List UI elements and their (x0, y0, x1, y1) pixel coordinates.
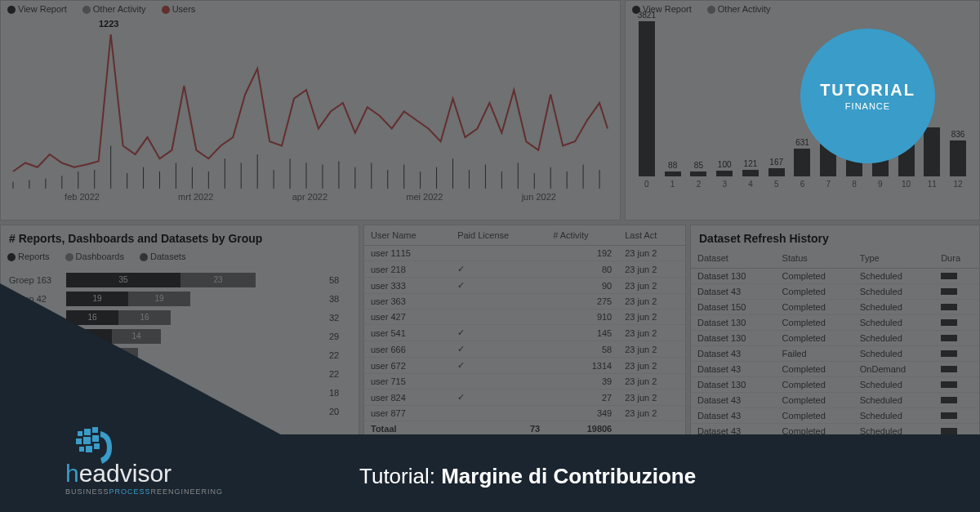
table-row[interactable]: user 111519223 jun 2 (364, 246, 685, 261)
legend-item: Datasets (150, 252, 185, 261)
cell-type: Scheduled (853, 408, 934, 424)
col-lastact[interactable]: Last Act (618, 225, 685, 246)
cell-lastact: 23 jun 2 (618, 246, 685, 261)
table-row[interactable]: Dataset 43CompletedScheduled (691, 284, 979, 300)
bar-value: 121 (744, 159, 758, 168)
x-tick: mrt 2022 (178, 192, 213, 202)
bar-column: 38210 (637, 11, 657, 189)
panel-activity-timeline: View Report Other Activity Users 1223 fe… (0, 0, 621, 220)
badge-title: TUTORIAL (820, 81, 915, 100)
col-status[interactable]: Status (776, 248, 853, 269)
cell-activity: 90 (546, 278, 618, 294)
cell-activity: 1314 (546, 358, 618, 374)
bar-column: 1003 (715, 160, 734, 189)
bar-value: 88 (668, 161, 677, 170)
cell-duration (934, 331, 979, 346)
legend-main: View Report Other Activity Users (1, 1, 620, 17)
cell-paid (451, 246, 546, 261)
cell-activity: 58 (546, 341, 618, 358)
cell-type: Scheduled (853, 346, 934, 362)
bar-category: 10 (902, 180, 911, 189)
cell-duration (934, 377, 979, 393)
x-axis-labels: feb 2022 mrt 2022 apr 2022 mei 2022 jun … (1, 189, 620, 205)
cell-dataset: Dataset 43 (691, 408, 776, 424)
cell-type: OnDemand (853, 362, 934, 377)
table-row[interactable]: Dataset 130CompletedScheduled (691, 315, 979, 331)
table-row[interactable]: Dataset 43CompletedScheduled (691, 408, 979, 424)
bar-column: 1214 (741, 159, 760, 189)
cell-dataset: Dataset 43 (691, 346, 776, 362)
tutorial-name: Margine di Contribuzione (441, 464, 696, 488)
col-duration[interactable]: Dura (934, 248, 979, 269)
line-chart: 1223 (1, 17, 620, 189)
bar-rect (924, 127, 940, 176)
bar-rect (716, 171, 733, 176)
logo-icon (69, 419, 127, 476)
cell-lastact: 23 jun 2 (618, 406, 685, 421)
cell-status: Completed (776, 300, 853, 315)
cell-type: Scheduled (853, 315, 934, 331)
cell-paid: ✓ (451, 390, 546, 406)
cell-dataset: Dataset 130 (691, 331, 776, 346)
bar-value: 631 (795, 138, 809, 147)
bar-category: 7 (826, 180, 831, 189)
legend-item: View Report (18, 4, 67, 14)
table-row[interactable]: Dataset 150CompletedScheduled (691, 300, 979, 315)
table-row[interactable]: Dataset 43FailedScheduled (691, 346, 979, 362)
bar-column: 881 (663, 161, 683, 189)
cell-paid (451, 309, 546, 325)
tutorial-badge: TUTORIAL FINANCE (800, 29, 935, 163)
col-paid[interactable]: Paid License (451, 225, 546, 246)
col-username[interactable]: User Name (364, 225, 451, 246)
bar-rect (768, 168, 785, 176)
legend-item: Users (172, 4, 196, 14)
table-row[interactable]: Dataset 43CompletedScheduled (691, 393, 979, 408)
svg-rect-42 (92, 435, 99, 442)
legend-item: Dashboards (76, 252, 124, 261)
table-row[interactable]: Dataset 43CompletedOnDemand (691, 362, 979, 377)
col-dataset[interactable]: Dataset (691, 248, 776, 269)
col-activity[interactable]: # Activity (546, 225, 618, 246)
cell-duration (934, 408, 979, 424)
bar-rect (665, 171, 681, 176)
cell-status: Completed (776, 284, 853, 300)
cell-status: Completed (776, 393, 853, 408)
cell-paid: ✓ (451, 278, 546, 294)
cell-dataset: Dataset 43 (691, 284, 776, 300)
badge-subtitle: FINANCE (845, 101, 890, 111)
table-row[interactable]: Dataset 130CompletedScheduled (691, 377, 979, 393)
cell-dataset: Dataset 43 (691, 393, 776, 408)
col-type[interactable]: Type (853, 248, 934, 269)
cell-status: Completed (776, 269, 853, 284)
cell-type: Scheduled (853, 377, 934, 393)
table-row[interactable]: user 218✓8023 jun 2 (364, 261, 685, 278)
cell-status: Failed (776, 346, 853, 362)
bar-value: 85 (694, 161, 703, 170)
table-row[interactable]: Dataset 130CompletedScheduled (691, 269, 979, 284)
bar-category: 5 (774, 180, 779, 189)
peak-label: 1223 (99, 19, 118, 29)
cell-username: user 1115 (364, 246, 451, 261)
table-row[interactable]: Dataset 130CompletedScheduled (691, 331, 979, 346)
bar-category: 4 (748, 180, 753, 189)
bar-category: 3 (722, 180, 727, 189)
cell-paid: ✓ (451, 325, 546, 341)
cell-dataset: Dataset 150 (691, 300, 776, 315)
svg-rect-38 (84, 429, 91, 435)
x-tick: jun 2022 (522, 192, 556, 202)
bar-rect (690, 171, 706, 176)
bar-column: 1675 (767, 158, 786, 189)
bar-rect (950, 140, 966, 176)
cell-lastact: 23 jun 2 (618, 374, 685, 390)
bar-value: 3821 (638, 11, 656, 20)
bar-column: 852 (688, 161, 708, 189)
bar-rect (794, 149, 810, 176)
svg-rect-39 (92, 427, 98, 433)
bar-category: 6 (800, 180, 805, 189)
cell-lastact: 23 jun 2 (618, 390, 685, 406)
cell-lastact: 23 jun 2 (618, 278, 685, 294)
panel-title: # Reports, Dashboards and Datasets by Gr… (1, 225, 359, 248)
cell-duration (934, 269, 979, 284)
bar-rect (742, 170, 759, 176)
bar-category: 12 (954, 180, 963, 189)
